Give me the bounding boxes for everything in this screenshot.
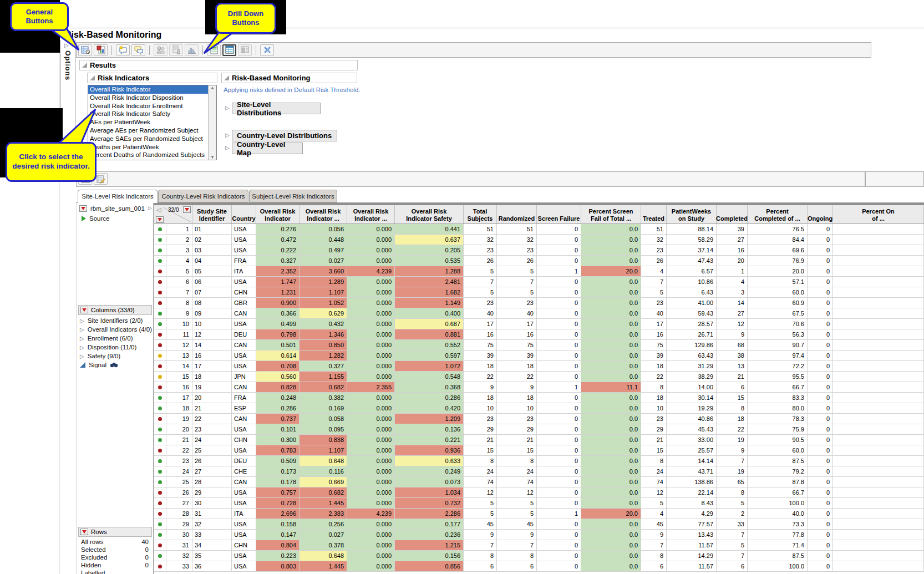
row-state-cell[interactable] — [154, 477, 166, 487]
grid-cell[interactable]: 0.0 — [581, 287, 641, 298]
grid-cell[interactable]: 20 — [166, 424, 192, 435]
row-state-cell[interactable] — [154, 561, 166, 572]
grid-cell[interactable]: 0.276 — [256, 224, 299, 235]
grid-cell[interactable]: 37.14 — [667, 245, 717, 256]
grid-cell[interactable] — [833, 224, 924, 235]
grid-cell[interactable]: 38.29 — [667, 372, 717, 382]
grid-cell[interactable]: 01 — [192, 224, 232, 235]
grid-cell[interactable]: 22 — [497, 372, 537, 382]
grid-cell[interactable]: USA — [232, 498, 256, 509]
column-header-screen-failure[interactable]: Screen Failure — [537, 205, 581, 223]
grid-cell[interactable]: 6 — [717, 382, 748, 393]
grid-cell[interactable]: 1.288 — [395, 266, 464, 277]
grid-cell[interactable] — [833, 372, 924, 382]
column-header-ongoing[interactable]: Ongoing — [808, 205, 833, 223]
row-state-cell[interactable] — [154, 266, 166, 277]
grid-cell[interactable]: 90.5 — [748, 435, 808, 445]
row-stat-label[interactable]: Selected — [81, 546, 106, 553]
grid-cell[interactable]: 0.000 — [347, 530, 395, 540]
grid-cell[interactable]: 23 — [464, 245, 497, 256]
grid-cell[interactable]: 23 — [641, 245, 667, 256]
grid-cell[interactable]: 0 — [808, 287, 833, 298]
grid-cell[interactable]: 0.0 — [581, 466, 641, 477]
grid-cell[interactable]: 7 — [497, 277, 537, 287]
grid-cell[interactable]: 1.052 — [299, 298, 347, 308]
grid-cell[interactable]: 7 — [717, 456, 748, 466]
row-state-cell[interactable] — [154, 540, 166, 551]
grid-cell[interactable]: 56.3 — [748, 329, 808, 340]
grid-cell[interactable]: 0.158 — [256, 519, 299, 530]
grid-cell[interactable]: 29 — [166, 519, 192, 530]
grid-cell[interactable]: 0 — [537, 308, 581, 319]
grid-cell[interactable]: 14.29 — [667, 551, 717, 561]
grid-cell[interactable]: 0.173 — [256, 466, 299, 477]
grid-cell[interactable]: 0 — [808, 340, 833, 351]
grid-cell[interactable]: 60.0 — [748, 445, 808, 456]
grid-cell[interactable]: 32 — [641, 235, 667, 245]
grid-cell[interactable]: 8 — [641, 456, 667, 466]
grid-cell[interactable]: USA — [232, 445, 256, 456]
row-state-cell[interactable] — [154, 403, 166, 414]
grid-cell[interactable]: 0.648 — [299, 456, 347, 466]
table-row[interactable]: 101USA0.2760.0560.0000.441515100.05188.1… — [154, 224, 924, 235]
grid-cell[interactable]: 1 — [537, 266, 581, 277]
grid-cell[interactable]: 0.222 — [256, 245, 299, 256]
grid-cell[interactable]: 33 — [166, 561, 192, 572]
grid-cell[interactable]: 0.637 — [395, 235, 464, 245]
risk-indicator-option[interactable]: Overall Risk Indicator Safety — [88, 110, 209, 118]
grid-cell[interactable]: 87.5 — [748, 551, 808, 561]
grid-cell[interactable]: 18 — [497, 393, 537, 403]
grid-cell[interactable]: 0 — [537, 414, 581, 424]
grid-cell[interactable]: 0 — [537, 487, 581, 498]
grid-cell[interactable]: 10 — [464, 403, 497, 414]
grid-collapse-icon[interactable]: ◁ — [156, 206, 161, 214]
grid-cell[interactable]: 0 — [808, 498, 833, 509]
results-section-header[interactable]: Results — [79, 60, 358, 70]
scroll-up-icon[interactable]: ▲ — [210, 85, 215, 90]
grid-cell[interactable]: 0.448 — [299, 235, 347, 245]
grid-cell[interactable]: 0.156 — [395, 551, 464, 561]
grid-cell[interactable]: 40.0 — [748, 509, 808, 519]
grid-cell[interactable]: 0 — [808, 351, 833, 361]
grid-cell[interactable]: 45 — [497, 519, 537, 530]
grid-cell[interactable]: 7 — [497, 540, 537, 551]
listbox-scrollbar[interactable]: ▲ ▼ — [208, 85, 216, 160]
grid-cell[interactable] — [833, 424, 924, 435]
grid-cell[interactable]: 32 — [192, 519, 232, 530]
grid-cell[interactable]: 0.757 — [256, 487, 299, 498]
grid-cell[interactable]: 21 — [717, 372, 748, 382]
table-row[interactable]: 505ITA2.3523.6604.2391.28855120.046.5712… — [154, 266, 924, 277]
grid-cell[interactable]: 0.368 — [395, 382, 464, 393]
grid-cell[interactable]: 1.215 — [395, 540, 464, 551]
grid-cell[interactable]: 4.239 — [347, 509, 395, 519]
grid-cell[interactable]: 0.000 — [347, 519, 395, 530]
grid-cell[interactable]: 0 — [537, 277, 581, 287]
grid-cell[interactable]: 0.000 — [347, 277, 395, 287]
grid-cell[interactable]: 29 — [641, 424, 667, 435]
grid-cell[interactable]: 0.300 — [256, 435, 299, 445]
grid-cell[interactable]: 25 — [192, 445, 232, 456]
grid-cell[interactable]: 30.14 — [667, 393, 717, 403]
site-level-disclosure-icon[interactable]: ▷ — [225, 105, 230, 111]
table-row[interactable]: 707CHN1.2311.1070.0001.6825500.056.43360… — [154, 287, 924, 298]
row-state-cell[interactable] — [154, 277, 166, 287]
grid-cell[interactable]: 59.43 — [667, 308, 717, 319]
table-row[interactable]: 606USA1.7471.2890.0002.4817700.0710.8645… — [154, 277, 924, 287]
table-row[interactable]: 2326DEU0.5090.6480.0000.6338800.0814.147… — [154, 456, 924, 466]
grid-cell[interactable]: 0 — [808, 445, 833, 456]
table-row[interactable]: 1112DEU0.7981.3460.0000.881161600.01626.… — [154, 329, 924, 340]
grid-cell[interactable]: 0.0 — [581, 414, 641, 424]
grid-cell[interactable]: 0 — [808, 298, 833, 308]
grid-cell[interactable]: 0.0 — [581, 340, 641, 351]
row-state-cell[interactable] — [154, 361, 166, 372]
grid-cell[interactable] — [833, 277, 924, 287]
grid-cell[interactable]: 0.900 — [256, 298, 299, 308]
row-state-cell[interactable] — [154, 351, 166, 361]
grid-cell[interactable]: 0.501 — [256, 340, 299, 351]
grid-cell[interactable] — [833, 308, 924, 319]
row-state-cell[interactable] — [154, 287, 166, 298]
grid-cell[interactable]: 0 — [808, 245, 833, 256]
grid-cell[interactable]: 31 — [166, 540, 192, 551]
grid-cell[interactable]: 18 — [641, 393, 667, 403]
grid-cell[interactable]: 0.095 — [299, 424, 347, 435]
